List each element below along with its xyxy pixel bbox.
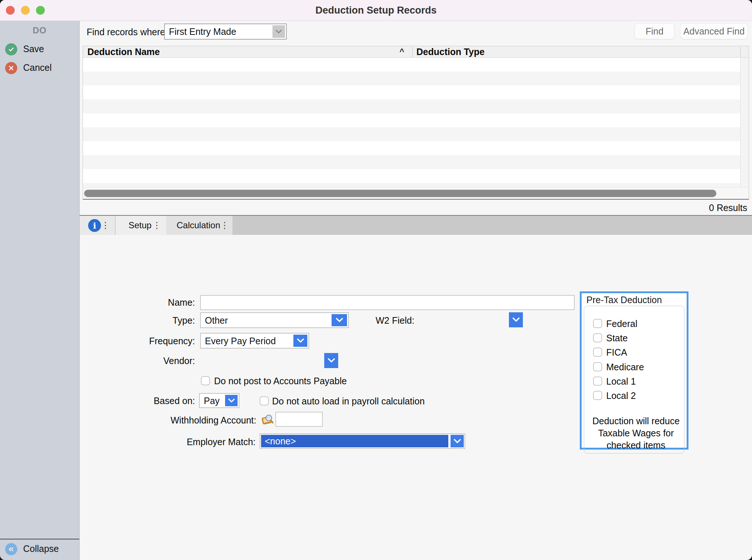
horizontal-scrollbar-thumb[interactable] — [84, 190, 716, 197]
sort-ascending-icon[interactable]: ^ — [400, 47, 404, 57]
find-records-label: Find records where — [87, 27, 165, 37]
horizontal-scrollbar-track[interactable] — [83, 187, 749, 199]
state-checkbox[interactable] — [593, 333, 602, 342]
collapse-button-label: Collapse — [23, 543, 59, 554]
column-header-deduction-type[interactable]: Deduction Type — [416, 47, 485, 57]
tab-bar: i ⋮ Setup ⋮ Calculation ⋮ — [80, 215, 752, 235]
chevron-down-icon — [512, 317, 520, 322]
w2-field-dropdown-button[interactable] — [509, 312, 523, 327]
tab-calculation[interactable]: Calculation ⋮ — [166, 216, 232, 235]
find-filter-value: First Entry Made — [169, 26, 236, 37]
overflow-dots-icon[interactable]: ⋮ — [220, 221, 229, 230]
overflow-dots-icon[interactable]: ⋮ — [152, 221, 161, 230]
name-label: Name: — [110, 297, 195, 308]
vertical-scrollbar-track[interactable] — [740, 58, 749, 188]
pretax-item-federal: Federal — [582, 319, 687, 329]
results-table: Deduction Name ^ Deduction Type — [83, 46, 749, 200]
fica-checkbox[interactable] — [593, 348, 602, 357]
cancel-button[interactable]: Cancel — [0, 61, 79, 77]
type-dropdown-chevron-button[interactable] — [332, 314, 347, 326]
chevron-down-icon — [275, 29, 282, 34]
based-on-dropdown-chevron-button[interactable] — [225, 395, 238, 406]
tab-calculation-label: Calculation — [177, 220, 220, 230]
federal-checkbox[interactable] — [593, 319, 602, 328]
advanced-find-button-label: Advanced Find — [683, 26, 745, 37]
pretax-item-medicare: Medicare — [582, 362, 687, 372]
cancel-x-icon — [5, 62, 17, 74]
w2-field-label: W2 Field: — [376, 315, 412, 326]
withholding-account-label: Withholding Account: — [147, 415, 256, 426]
type-dropdown[interactable]: Other — [200, 312, 349, 328]
do-not-autoload-checkbox[interactable] — [260, 396, 269, 406]
column-divider — [740, 47, 741, 57]
chevron-down-icon — [328, 358, 335, 363]
table-body-empty — [83, 58, 740, 188]
advanced-find-button[interactable]: Advanced Find — [680, 23, 748, 39]
tab-setup[interactable]: Setup ⋮ — [116, 216, 166, 235]
sidebar-divider — [0, 539, 79, 539]
table-header-row: Deduction Name ^ Deduction Type — [83, 46, 749, 58]
do-not-post-ap-label: Do not post to Accounts Payable — [214, 376, 347, 386]
sidebar-header: DO — [0, 25, 79, 36]
do-not-autoload-label: Do not auto load in payroll calculation — [272, 396, 425, 407]
withholding-account-input[interactable] — [275, 412, 323, 427]
pretax-item-local2: Local 2 — [582, 391, 687, 401]
do-not-post-ap-checkbox[interactable] — [201, 376, 210, 385]
local1-label: Local 1 — [606, 376, 636, 387]
state-label: State — [606, 333, 628, 343]
save-button[interactable]: Save — [0, 42, 79, 58]
employer-match-label: Employer Match: — [147, 437, 256, 447]
pretax-note: Deduction will reduce Taxable Wages for … — [590, 415, 682, 451]
deduction-setup-window: Deduction Setup Records DO Save Cancel «… — [0, 0, 752, 560]
find-button[interactable]: Find — [634, 23, 675, 39]
collapse-chevrons-icon: « — [5, 543, 17, 555]
account-lookup-icon[interactable] — [261, 414, 274, 426]
sidebar: DO Save Cancel « Collapse — [0, 21, 80, 560]
collapse-button[interactable]: « Collapse — [0, 542, 79, 558]
frequency-dropdown-chevron-button[interactable] — [293, 335, 307, 347]
based-on-dropdown-value: Pay — [204, 396, 220, 406]
medicare-label: Medicare — [606, 362, 644, 372]
info-icon[interactable]: i — [88, 219, 101, 232]
vendor-label: Vendor: — [110, 356, 195, 366]
frequency-label: Frequency: — [110, 336, 195, 346]
chevron-down-icon — [336, 318, 343, 323]
find-button-label: Find — [646, 26, 664, 37]
pretax-item-fica: FICA — [582, 348, 687, 358]
frequency-dropdown-value: Every Pay Period — [205, 336, 276, 346]
chevron-down-icon — [453, 439, 461, 444]
employer-match-value: <none> — [265, 436, 296, 447]
overflow-dots-icon[interactable]: ⋮ — [101, 221, 110, 230]
record-info-segment: i ⋮ — [80, 216, 115, 235]
cancel-button-label: Cancel — [23, 62, 52, 73]
results-count: 0 Results — [709, 203, 747, 213]
window-title: Deduction Setup Records — [0, 0, 752, 21]
based-on-label: Based on: — [110, 396, 195, 406]
chevron-down-icon — [297, 338, 304, 343]
federal-label: Federal — [606, 319, 637, 329]
pretax-deduction-panel: Pre-Tax Deduction Federal State FICA Med… — [580, 291, 688, 450]
based-on-dropdown[interactable]: Pay — [199, 393, 239, 408]
pretax-item-state: State — [582, 333, 687, 343]
local2-label: Local 2 — [606, 390, 636, 401]
employer-match-dropdown[interactable]: <none> — [260, 433, 465, 449]
vendor-dropdown-button[interactable] — [324, 353, 338, 368]
column-header-deduction-name[interactable]: Deduction Name — [87, 47, 160, 57]
local2-checkbox[interactable] — [593, 391, 602, 400]
medicare-checkbox[interactable] — [593, 362, 602, 371]
chevron-down-icon — [228, 399, 235, 403]
local1-checkbox[interactable] — [593, 377, 602, 386]
find-filter-chevron-button[interactable] — [272, 25, 285, 38]
fica-label: FICA — [606, 347, 627, 358]
name-input[interactable] — [200, 295, 575, 310]
employer-match-selected-fill: <none> — [261, 435, 448, 447]
employer-match-chevron-button[interactable] — [451, 435, 464, 447]
frequency-dropdown[interactable]: Every Pay Period — [200, 333, 309, 349]
type-dropdown-value: Other — [205, 315, 228, 326]
save-button-label: Save — [23, 44, 44, 54]
tab-setup-label: Setup — [129, 220, 152, 230]
pretax-panel-title: Pre-Tax Deduction — [585, 295, 665, 305]
save-check-icon — [5, 43, 17, 55]
find-filter-dropdown[interactable]: First Entry Made — [164, 23, 287, 40]
column-divider[interactable] — [412, 47, 413, 57]
